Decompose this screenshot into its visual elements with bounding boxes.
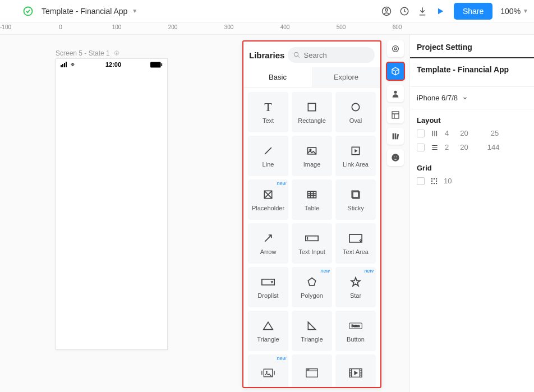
components-tool-icon[interactable] [386, 62, 405, 81]
play-icon[interactable] [431, 2, 449, 20]
button-icon: Button [349, 319, 362, 333]
svg-point-37 [396, 156, 397, 157]
avatar-icon[interactable] [378, 2, 395, 20]
screen-name-text: Screen 5 - State 1 [56, 49, 110, 57]
screen-name-label[interactable]: Screen 5 - State 1 [56, 49, 120, 57]
library-item-table[interactable]: Table [292, 179, 332, 220]
layout-val: 2 [445, 143, 449, 151]
gear-icon[interactable] [113, 50, 120, 57]
library-item-label: Text Input [298, 248, 325, 255]
library-tool-icon[interactable] [387, 128, 404, 145]
library-item-video[interactable] [335, 354, 376, 387]
svg-rect-8 [308, 103, 315, 110]
library-item-line[interactable]: Line [248, 136, 288, 176]
library-item-image[interactable]: Image [292, 136, 332, 176]
library-item-polygon[interactable]: newPolygon [292, 267, 332, 307]
tab-explore[interactable]: Explore [312, 67, 380, 87]
library-item-placeholder[interactable]: newPlaceholder [248, 179, 288, 220]
download-icon[interactable] [413, 2, 431, 20]
svg-rect-32 [393, 133, 394, 140]
library-item-droplist[interactable]: Droplist [248, 267, 288, 307]
feedback-icon[interactable] [387, 149, 404, 166]
library-item-rectangle[interactable]: Rectangle [292, 92, 332, 132]
layout-tool-icon[interactable] [387, 107, 404, 123]
layout-columns-checkbox[interactable] [417, 130, 425, 137]
library-item-triangle[interactable]: Triangle [248, 311, 288, 351]
svg-rect-5 [150, 62, 161, 67]
wifi-icon [69, 62, 76, 67]
oval-icon [349, 100, 362, 114]
library-item-carousel[interactable]: new [248, 354, 288, 387]
svg-point-36 [394, 156, 394, 157]
share-button[interactable]: Share [454, 3, 492, 20]
library-item-text-input[interactable]: Text Input [292, 223, 332, 264]
project-title[interactable]: Template - Financial App [42, 7, 127, 16]
polygon-icon [305, 275, 319, 289]
layout-section-label: Layout [410, 109, 534, 129]
star-icon [349, 275, 362, 289]
libraries-panel: Libraries Basic Explore TTextRectangleOv… [242, 40, 381, 388]
project-name-value: Template - Financial App [417, 65, 527, 74]
phone-status-bar: 12:00 [56, 59, 167, 70]
image-icon [305, 144, 319, 158]
rows-icon [430, 144, 439, 151]
svg-point-28 [393, 46, 399, 52]
person-tool-icon[interactable] [387, 85, 404, 102]
library-item-label: Arrow [260, 248, 277, 255]
history-icon[interactable] [395, 2, 413, 20]
phone-artboard[interactable]: 12:00 [56, 58, 168, 350]
layout-rows-checkbox[interactable] [417, 144, 425, 151]
svg-point-41 [431, 180, 432, 181]
svg-point-9 [352, 103, 359, 110]
svg-point-7 [294, 52, 298, 56]
sticky-icon [349, 188, 362, 201]
library-item-sticky[interactable]: Sticky [335, 179, 376, 220]
new-badge: new [277, 356, 286, 361]
library-item-label: Sticky [347, 205, 363, 211]
library-item-oval[interactable]: Oval [335, 92, 376, 132]
title-dropdown-icon[interactable]: ▼ [132, 8, 137, 14]
svg-point-4 [116, 53, 117, 54]
chevron-down-icon [462, 95, 468, 101]
library-item-label: Triangle [257, 336, 279, 343]
library-item-triangle[interactable]: Triangle [292, 311, 332, 351]
rtriangle-icon [305, 319, 319, 333]
zoom-dropdown-icon[interactable]: ▼ [523, 8, 528, 14]
search-input[interactable] [303, 51, 369, 59]
svg-rect-6 [161, 63, 162, 66]
phone-time: 12:00 [105, 61, 121, 68]
library-item-text-area[interactable]: Text Area [335, 223, 376, 264]
library-item-arrow[interactable]: Arrow [248, 223, 288, 264]
device-select[interactable]: iPhone 6/7/8 [417, 94, 527, 102]
library-item-label: Text [263, 117, 274, 124]
device-value: iPhone 6/7/8 [417, 94, 458, 102]
tab-basic[interactable]: Basic [243, 67, 312, 87]
target-tool-icon[interactable] [387, 40, 404, 57]
layout-row-rows: 2 20 144 [410, 143, 534, 157]
library-item-star[interactable]: newStar [335, 267, 376, 307]
library-item-text[interactable]: TText [248, 92, 288, 132]
library-item-label: Button [347, 336, 365, 343]
table-icon [305, 188, 319, 201]
library-tabs: Basic Explore [243, 67, 380, 87]
svg-point-38 [431, 178, 432, 179]
ruler-tick: 600 [393, 24, 402, 30]
svg-point-42 [436, 180, 437, 181]
svg-point-43 [431, 182, 432, 183]
zoom-level[interactable]: 100% [500, 7, 521, 16]
design-canvas[interactable]: Screen 5 - State 1 12:00 Libraries [0, 35, 409, 392]
library-search[interactable] [288, 47, 375, 63]
library-item-link-area[interactable]: Link Area [335, 136, 376, 176]
library-item-button[interactable]: ButtonButton [335, 311, 376, 351]
ruler-tick: -100 [0, 24, 11, 30]
library-item-label: Triangle [301, 336, 323, 343]
textinput-icon [305, 232, 319, 245]
layout-val: 25 [491, 129, 499, 137]
library-item-browser[interactable] [292, 354, 332, 387]
grid-checkbox[interactable] [417, 177, 425, 185]
battery-icon [150, 62, 163, 68]
horizontal-ruler: -100 0 100 200 300 400 500 600 [0, 22, 534, 35]
line-icon [261, 144, 275, 158]
svg-point-39 [434, 178, 435, 179]
library-item-label: Polygon [301, 292, 323, 299]
